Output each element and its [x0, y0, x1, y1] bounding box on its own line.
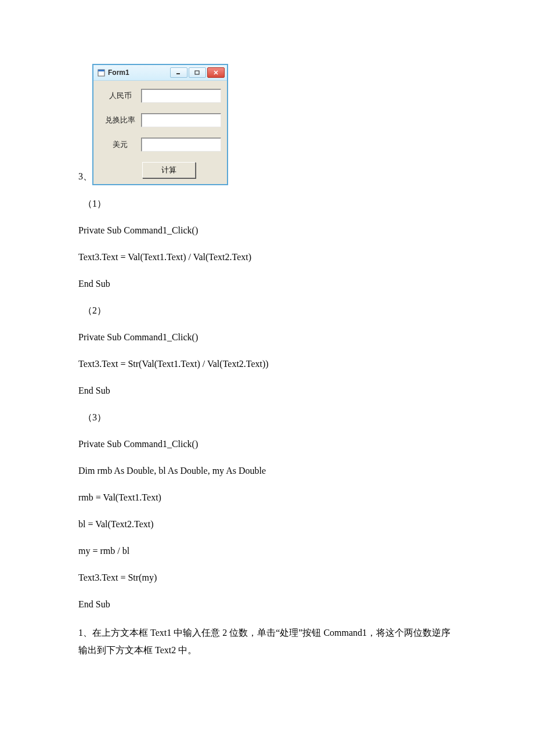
- vb-form-body: 人民币 兑换比率 美元 计算: [93, 81, 227, 184]
- code-line: Text3.Text = Val(Text1.Text) / Val(Text2…: [78, 250, 456, 264]
- code-line: Text3.Text = Str(my): [78, 571, 456, 585]
- code-line: rmb = Val(Text1.Text): [78, 491, 456, 505]
- textbox-text2: [141, 113, 221, 127]
- textbox-text3: [141, 138, 221, 152]
- task1-text: 1、在上方文本框 Text1 中输入任意 2 位数，单击“处理”按钮 Comma…: [78, 624, 456, 658]
- code-line: my = rmb / bl: [78, 544, 456, 558]
- code-line: Private Sub Command1_Click(): [78, 330, 456, 344]
- code-line: Text3.Text = Str(Val(Text1.Text) / Val(T…: [78, 357, 456, 371]
- code-line: End Sub: [78, 277, 456, 291]
- part3-label: （3）: [78, 411, 456, 424]
- form-icon: [97, 69, 105, 77]
- vb-titlebar: Form1: [93, 65, 227, 81]
- textbox-text1: [141, 89, 221, 103]
- svg-rect-1: [98, 70, 104, 71]
- document-page: 3、 Form1: [0, 0, 534, 706]
- code-line: bl = Val(Text2.Text): [78, 517, 456, 531]
- code-line: Private Sub Command1_Click(): [78, 224, 456, 237]
- calculate-button: 计算: [142, 162, 196, 178]
- minimize-icon: [170, 67, 187, 78]
- close-icon: [207, 67, 225, 78]
- part1-label: （1）: [78, 197, 456, 211]
- row-rmb: 人民币: [99, 89, 221, 103]
- code-line: End Sub: [78, 597, 456, 611]
- item3-label: 3、: [78, 171, 92, 185]
- code-line: Dim rmb As Double, bl As Double, my As D…: [78, 464, 456, 478]
- vb-window-title: Form1: [108, 69, 170, 77]
- code-line: End Sub: [78, 384, 456, 398]
- code-line: Private Sub Command1_Click(): [78, 437, 456, 451]
- vb-form-screenshot: Form1 人民币: [92, 64, 228, 185]
- window-buttons: [170, 67, 225, 78]
- label-rate: 兑换比率: [99, 115, 141, 125]
- label-usd: 美元: [99, 139, 141, 150]
- svg-rect-3: [195, 71, 199, 74]
- button-row: 计算: [99, 162, 221, 178]
- row-rate: 兑换比率: [99, 113, 221, 127]
- part2-label: （2）: [78, 304, 456, 318]
- row-usd: 美元: [99, 138, 221, 152]
- item3-row: 3、 Form1: [78, 64, 456, 185]
- maximize-icon: [189, 67, 206, 78]
- svg-rect-2: [176, 73, 180, 74]
- label-rmb: 人民币: [99, 91, 141, 101]
